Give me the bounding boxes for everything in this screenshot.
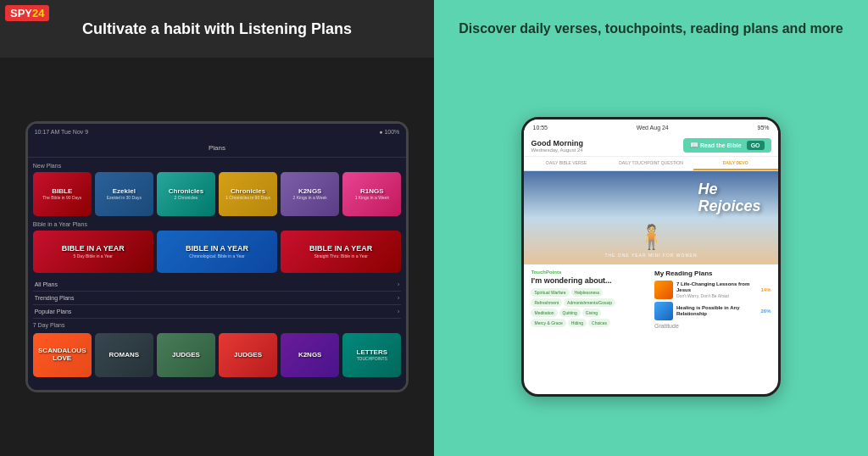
tag-helplessness[interactable]: Helplessness: [571, 288, 604, 297]
plan-card-bible[interactable]: BIBLE The Bible in 90 Days: [33, 172, 92, 216]
read-bible-button[interactable]: 📖 Read the Bible GO: [683, 138, 771, 153]
by-card-2[interactable]: BIBLE IN A YEAR Chronological: Bible in …: [157, 231, 277, 273]
by-card-1[interactable]: BIBLE IN A YEAR 5 Day Bible in a Year: [33, 231, 153, 273]
tab-daily-bible-verse[interactable]: DAILY BIBLE VERSE: [524, 157, 609, 170]
hero-text: He Rejoices: [698, 181, 760, 215]
bp-card-judges-big[interactable]: JUDGES: [219, 333, 277, 377]
rp-info-1: 7 Life-Changing Lessons from Jesus Don't…: [676, 281, 758, 298]
plan-card-ezekiel[interactable]: Ezekiel Ezekiel in 30 Days: [95, 172, 153, 216]
all-plans-label: All Plans: [35, 281, 58, 287]
reading-plan-item-1[interactable]: 7 Life-Changing Lessons from Jesus Don't…: [654, 281, 771, 299]
reading-plan-item-2[interactable]: Healing is Possible in Any Relationship …: [654, 302, 771, 320]
tags-row-1: Spiritual Warfare Helplessness: [531, 288, 648, 297]
plan-card-chronicles2[interactable]: Chronicles 1 Chronicles in 90 Days: [219, 172, 277, 216]
bible-icon: 📖: [690, 142, 698, 149]
new-plans-label: New Plans: [33, 163, 402, 169]
plan-title-bible: BIBLE: [52, 188, 72, 196]
plan-sub-kings2: 2 Kings in a Week: [293, 195, 327, 200]
right-heading: Discover daily verses, touchpoints, read…: [459, 20, 843, 38]
hero-he: He: [698, 181, 717, 197]
seven-day-label: 7 Day Plans: [33, 322, 402, 328]
phone-bottom: TouchPoints I'm wondering about... Spiri…: [524, 264, 777, 334]
phone-date-status: Wed Aug 24: [637, 125, 669, 131]
hero-subtitle: THE ONE YEAR MINI FOR WOMEN: [524, 253, 777, 258]
tag-meditation[interactable]: Meditation: [531, 309, 557, 317]
plan-title-chronicles2: Chronicles: [231, 188, 265, 196]
go-button[interactable]: GO: [747, 141, 765, 150]
by-sub-1: 5 Day Bible in a Year: [74, 253, 113, 259]
trending-plans-label: Trending Plans: [35, 295, 75, 301]
reading-plans-title: My Reading Plans: [654, 270, 771, 277]
tag-giving[interactable]: Giving: [582, 309, 601, 317]
top-bar: Cultivate a habit with Listening Plans D…: [0, 0, 868, 58]
tag-quitting[interactable]: Quitting: [559, 309, 581, 317]
bp-card-letters[interactable]: LETTERS TOUCHPOINTS: [342, 333, 401, 377]
bp-title-scandal: SCANDALOUS LOVE: [33, 348, 92, 363]
panels-row: 10:17 AM Tue Nov 9 ● 100% Plans New Plan…: [0, 58, 868, 456]
gratitude-label: Gratitude: [654, 323, 771, 329]
rp-name-2: Healing is Possible in Any Relationship: [676, 305, 758, 317]
bp-title-judges-big: JUDGES: [234, 352, 262, 359]
plan-sub-chronicles2: 1 Chronicles in 90 Days: [225, 195, 270, 200]
trending-plans-row[interactable]: Trending Plans ›: [33, 292, 402, 305]
tablet-body: New Plans BIBLE The Bible in 90 Days Eze…: [28, 158, 407, 390]
touchpoints-title: I'm wondering about...: [531, 276, 648, 285]
plan-sub-ezekiel: Ezekiel in 30 Days: [107, 195, 142, 200]
bible-year-row: BIBLE IN A YEAR 5 Day Bible in a Year BI…: [33, 231, 402, 273]
bottom-plans-row: SCANDALOUS LOVE ROMANS JUDGES JUDGES K2N: [33, 333, 402, 377]
top-right-header: Discover daily verses, touchpoints, read…: [434, 0, 868, 58]
phone-greeting-block: Good Morning Wednesday, August 24: [531, 139, 582, 153]
plan-card-kings2[interactable]: K2NGS 2 Kings in a Week: [281, 172, 339, 216]
tag-refreshment[interactable]: Refreshment: [531, 298, 562, 307]
chevron-right-icon-2: ›: [398, 294, 400, 302]
plan-title-kings1: R1NGS: [360, 188, 384, 196]
top-left-header: Cultivate a habit with Listening Plans: [0, 0, 434, 58]
by-sub-3: Straight Thru: Bible in a Year: [314, 253, 368, 259]
plan-title-chronicles1: Chronicles: [169, 188, 203, 196]
spy-badge: SPY24: [5, 5, 49, 21]
popular-plans-row[interactable]: Popular Plans ›: [33, 305, 402, 319]
tab-daily-devo-label: DAILY DEVO: [723, 160, 748, 165]
plan-card-kings1[interactable]: R1NGS 1 Kings in a Week: [342, 172, 401, 216]
plan-title-ezekiel: Ezekiel: [113, 188, 136, 196]
plan-title-kings2: K2NGS: [298, 188, 322, 196]
phone-tabs: DAILY BIBLE VERSE DAILY TOUCHPOINT QUEST…: [524, 157, 777, 171]
spy-num: 24: [32, 7, 44, 19]
tag-choices[interactable]: Choices: [588, 319, 610, 327]
phone-mockup: 10:55 Wed Aug 24 95% Good Morning Wednes…: [521, 117, 780, 397]
tablet-time: 10:17 AM Tue Nov 9: [35, 129, 88, 135]
left-panel: 10:17 AM Tue Nov 9 ● 100% Plans New Plan…: [0, 58, 434, 456]
new-plans-row: BIBLE The Bible in 90 Days Ezekiel Ezeki…: [33, 172, 402, 216]
rp-sub-1: Don't Worry, Don't Be Afraid: [676, 293, 758, 298]
tag-hiding[interactable]: Hiding: [568, 319, 587, 327]
all-plans-row[interactable]: All Plans ›: [33, 278, 402, 292]
tags-row-3: Meditation Quitting Giving: [531, 309, 648, 317]
phone-header: Good Morning Wednesday, August 24 📖 Read…: [524, 135, 777, 157]
left-heading: Cultivate a habit with Listening Plans: [82, 20, 352, 38]
plan-sub-chronicles1: 2 Chronicles: [175, 195, 198, 200]
rp-info-2: Healing is Possible in Any Relationship: [676, 305, 758, 317]
phone-status-bar: 10:55 Wed Aug 24 95%: [524, 120, 777, 135]
silhouette-icon: 🧍: [637, 223, 666, 251]
tag-admonishments[interactable]: Admonishments/Gossip: [564, 298, 615, 307]
bible-year-label: Bible in a Year Plans: [33, 221, 402, 227]
plan-card-chronicles1[interactable]: Chronicles 2 Chronicles: [157, 172, 215, 216]
rp-thumb-1: [654, 281, 673, 299]
tag-mercy[interactable]: Mercy & Grace: [531, 319, 565, 327]
bp-card-kings2b[interactable]: K2NGS: [281, 333, 339, 377]
chevron-right-icon: ›: [398, 281, 400, 288]
tab-daily-touchpoint[interactable]: DAILY TOUCHPOINT QUESTION: [609, 157, 693, 170]
bp-card-scandal[interactable]: SCANDALOUS LOVE: [33, 333, 92, 377]
bp-card-romans[interactable]: ROMANS: [95, 333, 153, 377]
rp-thumb-2: [654, 302, 673, 320]
tablet-status-bar: 10:17 AM Tue Nov 9 ● 100%: [28, 124, 407, 139]
by-card-3[interactable]: BIBLE IN A YEAR Straight Thru: Bible in …: [281, 231, 401, 273]
tab-daily-devo[interactable]: DAILY DEVO: [693, 157, 778, 170]
hero-rejoices: Rejoices: [698, 197, 760, 214]
tag-spiritual-warfare[interactable]: Spiritual Warfare: [531, 288, 569, 297]
bp-card-judges-small[interactable]: JUDGES: [157, 333, 215, 377]
tablet-nav-label: Plans: [209, 144, 225, 152]
phone-hero: He Rejoices 🧍 THE ONE YEAR MINI FOR WOME…: [524, 171, 777, 264]
tablet-nav-bar: Plans: [28, 139, 407, 158]
rp-progress-2: 26%: [761, 309, 771, 314]
